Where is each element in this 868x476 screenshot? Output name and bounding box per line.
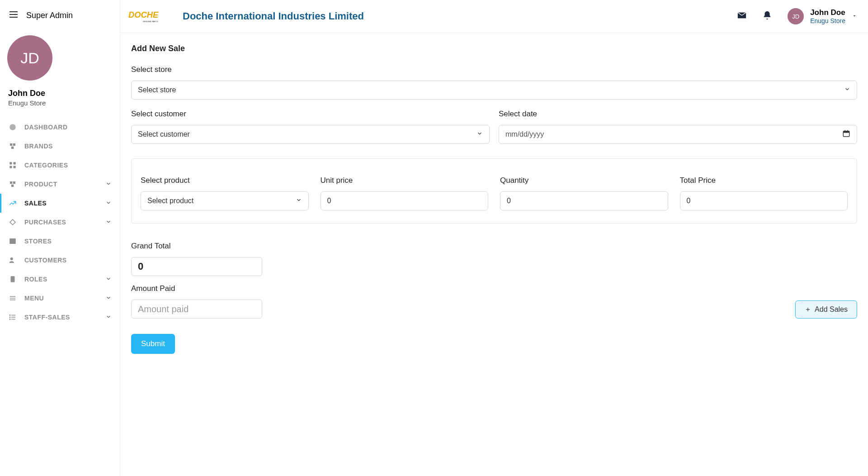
chevron-down-icon	[476, 130, 483, 138]
caret-down-icon	[852, 12, 857, 20]
svg-rect-15	[11, 276, 15, 282]
quantity-input[interactable]	[500, 191, 668, 210]
add-sales-button[interactable]: Add Sales	[795, 300, 857, 319]
select-product[interactable]: Select product	[141, 191, 309, 210]
sidebar-item-label: Roles	[24, 276, 47, 283]
label-select-product: Select product	[141, 176, 309, 185]
svg-rect-10	[14, 166, 16, 168]
svg-point-23	[9, 317, 10, 318]
stores-icon	[8, 237, 17, 245]
sidebar-item-product[interactable]: Product	[0, 175, 120, 194]
label-grand-total: Grand Total	[131, 242, 262, 251]
sidebar-item-label: Stores	[24, 238, 52, 245]
svg-rect-13	[11, 185, 14, 187]
label-select-date: Select date	[499, 109, 857, 119]
user-avatar: JD	[788, 8, 804, 24]
sidebar-item-dashboard[interactable]: Dashboard	[0, 118, 120, 137]
sidebar-item-label: Product	[24, 181, 57, 188]
calendar-icon	[842, 129, 850, 139]
product-icon	[8, 180, 17, 188]
svg-rect-12	[13, 181, 15, 184]
sidebar-item-label: Menu	[24, 295, 44, 302]
select-product-value: Select product	[147, 197, 193, 205]
sidebar-item-categories[interactable]: Categories	[0, 156, 120, 175]
chevron-down-icon	[105, 314, 112, 321]
sidebar-title: Super Admin	[26, 11, 73, 20]
add-sales-label: Add Sales	[815, 305, 848, 314]
sidebar-item-label: Staff-Sales	[24, 314, 70, 321]
svg-point-24	[9, 319, 10, 320]
topbar-user-store: Enugu Store	[810, 17, 845, 24]
categories-icon	[8, 161, 17, 169]
svg-rect-6	[11, 147, 14, 149]
svg-rect-8	[14, 162, 16, 164]
sidebar-item-label: Brands	[24, 143, 53, 150]
sidebar-user-store: Enugu Store	[0, 98, 120, 118]
amount-paid-input[interactable]	[131, 300, 262, 319]
svg-rect-7	[9, 162, 12, 164]
sidebar-item-brands[interactable]: Brands	[0, 137, 120, 156]
menu-icon	[8, 294, 17, 302]
submit-button[interactable]: Submit	[131, 334, 175, 354]
hamburger-menu-icon[interactable]	[8, 9, 19, 22]
brands-icon	[8, 142, 17, 150]
user-menu[interactable]: JD John Doe Enugu Store	[788, 8, 857, 24]
company-name: Doche International Industries Limited	[183, 10, 364, 22]
customers-icon	[8, 256, 17, 264]
date-input[interactable]: mm/dd/yyyy	[499, 125, 857, 144]
sidebar-item-customers[interactable]: Customers	[0, 251, 120, 270]
label-total-price: Total Price	[680, 176, 848, 185]
svg-point-22	[9, 315, 10, 316]
svg-rect-5	[13, 143, 15, 146]
chevron-down-icon	[105, 181, 112, 188]
chevron-down-icon	[105, 219, 112, 226]
sidebar: Super Admin JD John Doe Enugu Store Dash…	[0, 0, 120, 476]
bell-icon[interactable]	[762, 10, 772, 22]
roles-icon	[8, 275, 17, 283]
sidebar-avatar: JD	[7, 35, 52, 81]
sidebar-item-purchases[interactable]: Purchases	[0, 213, 120, 232]
sidebar-item-label: Customers	[24, 257, 67, 264]
unit-price-input[interactable]	[321, 191, 489, 210]
list-icon	[8, 313, 17, 321]
sidebar-item-label: Purchases	[24, 219, 66, 226]
sidebar-item-roles[interactable]: Roles	[0, 270, 120, 289]
chevron-down-icon	[105, 200, 112, 207]
sidebar-item-label: Dashboard	[24, 124, 68, 131]
company-logo: DOCHE GENUINE PARTS	[128, 9, 174, 24]
label-amount-paid: Amount Paid	[131, 284, 262, 293]
mail-icon[interactable]	[737, 10, 747, 22]
page-title: Add New Sale	[131, 44, 857, 53]
svg-rect-28	[843, 131, 849, 133]
sidebar-item-stores[interactable]: Stores	[0, 232, 120, 251]
chevron-down-icon	[296, 197, 302, 205]
label-select-customer: Select customer	[131, 109, 490, 119]
svg-text:DOCHE: DOCHE	[128, 10, 159, 19]
select-store[interactable]: Select store	[131, 81, 857, 100]
select-customer[interactable]: Select customer	[131, 125, 490, 144]
sidebar-item-staff-sales[interactable]: Staff-Sales	[0, 308, 120, 327]
submit-label: Submit	[141, 339, 165, 348]
nav: Dashboard Brands Categories Product Sale…	[0, 118, 120, 327]
sidebar-item-label: Sales	[24, 200, 47, 207]
topbar: DOCHE GENUINE PARTS Doche International …	[120, 0, 868, 33]
svg-rect-9	[9, 166, 12, 168]
dashboard-icon	[8, 123, 17, 131]
label-select-store: Select store	[131, 65, 857, 74]
select-store-value: Select store	[138, 86, 176, 94]
svg-point-3	[9, 124, 16, 130]
sidebar-item-sales[interactable]: Sales	[0, 194, 120, 213]
svg-rect-11	[10, 181, 12, 184]
grand-total-input[interactable]	[131, 257, 262, 276]
svg-point-14	[10, 257, 13, 260]
label-unit-price: Unit price	[321, 176, 489, 185]
sidebar-user-name: John Doe	[0, 85, 120, 98]
sidebar-item-menu[interactable]: Menu	[0, 289, 120, 308]
svg-rect-4	[10, 143, 12, 146]
line-items-panel: Select product Select product Unit price…	[131, 158, 857, 224]
label-quantity: Quantity	[500, 176, 668, 185]
sidebar-item-label: Categories	[24, 162, 68, 169]
svg-text:GENUINE PARTS: GENUINE PARTS	[143, 20, 158, 23]
topbar-user-name: John Doe	[810, 8, 845, 17]
total-price-input[interactable]	[680, 191, 848, 210]
